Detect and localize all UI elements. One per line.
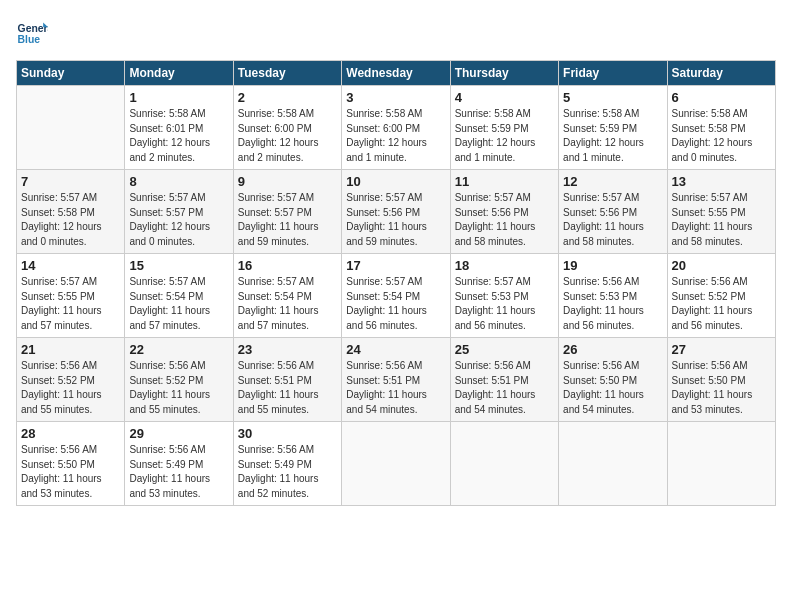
calendar-cell (559, 422, 667, 506)
day-info: Sunrise: 5:56 AM Sunset: 5:50 PM Dayligh… (563, 359, 662, 417)
day-header-thursday: Thursday (450, 61, 558, 86)
day-number: 14 (21, 258, 120, 273)
day-number: 9 (238, 174, 337, 189)
day-header-monday: Monday (125, 61, 233, 86)
day-header-sunday: Sunday (17, 61, 125, 86)
calendar-header-row: SundayMondayTuesdayWednesdayThursdayFrid… (17, 61, 776, 86)
day-info: Sunrise: 5:57 AM Sunset: 5:58 PM Dayligh… (21, 191, 120, 249)
logo-icon: General Blue (16, 16, 48, 48)
day-info: Sunrise: 5:57 AM Sunset: 5:56 PM Dayligh… (563, 191, 662, 249)
calendar-cell: 29Sunrise: 5:56 AM Sunset: 5:49 PM Dayli… (125, 422, 233, 506)
day-number: 28 (21, 426, 120, 441)
calendar-cell: 8Sunrise: 5:57 AM Sunset: 5:57 PM Daylig… (125, 170, 233, 254)
calendar-cell: 22Sunrise: 5:56 AM Sunset: 5:52 PM Dayli… (125, 338, 233, 422)
day-number: 2 (238, 90, 337, 105)
day-info: Sunrise: 5:56 AM Sunset: 5:51 PM Dayligh… (455, 359, 554, 417)
calendar-cell: 5Sunrise: 5:58 AM Sunset: 5:59 PM Daylig… (559, 86, 667, 170)
day-number: 29 (129, 426, 228, 441)
calendar-cell: 3Sunrise: 5:58 AM Sunset: 6:00 PM Daylig… (342, 86, 450, 170)
calendar-cell: 28Sunrise: 5:56 AM Sunset: 5:50 PM Dayli… (17, 422, 125, 506)
day-info: Sunrise: 5:58 AM Sunset: 5:58 PM Dayligh… (672, 107, 771, 165)
day-number: 20 (672, 258, 771, 273)
day-info: Sunrise: 5:57 AM Sunset: 5:55 PM Dayligh… (21, 275, 120, 333)
day-info: Sunrise: 5:58 AM Sunset: 6:00 PM Dayligh… (238, 107, 337, 165)
day-number: 16 (238, 258, 337, 273)
logo: General Blue (16, 16, 52, 48)
day-info: Sunrise: 5:57 AM Sunset: 5:54 PM Dayligh… (346, 275, 445, 333)
day-info: Sunrise: 5:58 AM Sunset: 5:59 PM Dayligh… (563, 107, 662, 165)
calendar-cell: 2Sunrise: 5:58 AM Sunset: 6:00 PM Daylig… (233, 86, 341, 170)
day-info: Sunrise: 5:57 AM Sunset: 5:53 PM Dayligh… (455, 275, 554, 333)
day-header-tuesday: Tuesday (233, 61, 341, 86)
day-number: 17 (346, 258, 445, 273)
calendar-cell (342, 422, 450, 506)
day-number: 19 (563, 258, 662, 273)
day-info: Sunrise: 5:57 AM Sunset: 5:54 PM Dayligh… (238, 275, 337, 333)
calendar-cell: 11Sunrise: 5:57 AM Sunset: 5:56 PM Dayli… (450, 170, 558, 254)
day-info: Sunrise: 5:56 AM Sunset: 5:52 PM Dayligh… (21, 359, 120, 417)
calendar-cell: 10Sunrise: 5:57 AM Sunset: 5:56 PM Dayli… (342, 170, 450, 254)
day-info: Sunrise: 5:56 AM Sunset: 5:53 PM Dayligh… (563, 275, 662, 333)
calendar-cell: 9Sunrise: 5:57 AM Sunset: 5:57 PM Daylig… (233, 170, 341, 254)
day-number: 13 (672, 174, 771, 189)
page-header: General Blue (16, 16, 776, 48)
calendar-cell: 25Sunrise: 5:56 AM Sunset: 5:51 PM Dayli… (450, 338, 558, 422)
calendar-cell: 13Sunrise: 5:57 AM Sunset: 5:55 PM Dayli… (667, 170, 775, 254)
day-info: Sunrise: 5:57 AM Sunset: 5:57 PM Dayligh… (129, 191, 228, 249)
day-header-wednesday: Wednesday (342, 61, 450, 86)
calendar-cell: 23Sunrise: 5:56 AM Sunset: 5:51 PM Dayli… (233, 338, 341, 422)
calendar-cell: 20Sunrise: 5:56 AM Sunset: 5:52 PM Dayli… (667, 254, 775, 338)
week-row-5: 28Sunrise: 5:56 AM Sunset: 5:50 PM Dayli… (17, 422, 776, 506)
day-number: 10 (346, 174, 445, 189)
week-row-3: 14Sunrise: 5:57 AM Sunset: 5:55 PM Dayli… (17, 254, 776, 338)
day-number: 8 (129, 174, 228, 189)
calendar-cell (667, 422, 775, 506)
day-info: Sunrise: 5:58 AM Sunset: 6:00 PM Dayligh… (346, 107, 445, 165)
day-info: Sunrise: 5:56 AM Sunset: 5:50 PM Dayligh… (672, 359, 771, 417)
week-row-2: 7Sunrise: 5:57 AM Sunset: 5:58 PM Daylig… (17, 170, 776, 254)
day-number: 7 (21, 174, 120, 189)
day-info: Sunrise: 5:56 AM Sunset: 5:49 PM Dayligh… (238, 443, 337, 501)
day-number: 22 (129, 342, 228, 357)
calendar-cell: 17Sunrise: 5:57 AM Sunset: 5:54 PM Dayli… (342, 254, 450, 338)
calendar-cell: 7Sunrise: 5:57 AM Sunset: 5:58 PM Daylig… (17, 170, 125, 254)
day-info: Sunrise: 5:57 AM Sunset: 5:57 PM Dayligh… (238, 191, 337, 249)
day-number: 11 (455, 174, 554, 189)
day-number: 6 (672, 90, 771, 105)
calendar-cell: 16Sunrise: 5:57 AM Sunset: 5:54 PM Dayli… (233, 254, 341, 338)
calendar-cell: 21Sunrise: 5:56 AM Sunset: 5:52 PM Dayli… (17, 338, 125, 422)
day-header-friday: Friday (559, 61, 667, 86)
day-number: 24 (346, 342, 445, 357)
calendar-cell: 24Sunrise: 5:56 AM Sunset: 5:51 PM Dayli… (342, 338, 450, 422)
day-number: 3 (346, 90, 445, 105)
day-number: 18 (455, 258, 554, 273)
day-info: Sunrise: 5:57 AM Sunset: 5:54 PM Dayligh… (129, 275, 228, 333)
calendar-cell: 4Sunrise: 5:58 AM Sunset: 5:59 PM Daylig… (450, 86, 558, 170)
day-info: Sunrise: 5:56 AM Sunset: 5:52 PM Dayligh… (129, 359, 228, 417)
day-info: Sunrise: 5:56 AM Sunset: 5:52 PM Dayligh… (672, 275, 771, 333)
day-info: Sunrise: 5:56 AM Sunset: 5:50 PM Dayligh… (21, 443, 120, 501)
day-info: Sunrise: 5:57 AM Sunset: 5:56 PM Dayligh… (455, 191, 554, 249)
day-info: Sunrise: 5:58 AM Sunset: 5:59 PM Dayligh… (455, 107, 554, 165)
day-info: Sunrise: 5:57 AM Sunset: 5:55 PM Dayligh… (672, 191, 771, 249)
day-number: 26 (563, 342, 662, 357)
day-number: 12 (563, 174, 662, 189)
day-info: Sunrise: 5:58 AM Sunset: 6:01 PM Dayligh… (129, 107, 228, 165)
svg-text:Blue: Blue (18, 34, 41, 45)
day-info: Sunrise: 5:56 AM Sunset: 5:51 PM Dayligh… (346, 359, 445, 417)
calendar-cell: 26Sunrise: 5:56 AM Sunset: 5:50 PM Dayli… (559, 338, 667, 422)
calendar-cell: 27Sunrise: 5:56 AM Sunset: 5:50 PM Dayli… (667, 338, 775, 422)
calendar-cell: 1Sunrise: 5:58 AM Sunset: 6:01 PM Daylig… (125, 86, 233, 170)
calendar-table: SundayMondayTuesdayWednesdayThursdayFrid… (16, 60, 776, 506)
day-info: Sunrise: 5:57 AM Sunset: 5:56 PM Dayligh… (346, 191, 445, 249)
week-row-1: 1Sunrise: 5:58 AM Sunset: 6:01 PM Daylig… (17, 86, 776, 170)
day-header-saturday: Saturday (667, 61, 775, 86)
week-row-4: 21Sunrise: 5:56 AM Sunset: 5:52 PM Dayli… (17, 338, 776, 422)
calendar-cell: 12Sunrise: 5:57 AM Sunset: 5:56 PM Dayli… (559, 170, 667, 254)
calendar-cell: 6Sunrise: 5:58 AM Sunset: 5:58 PM Daylig… (667, 86, 775, 170)
day-info: Sunrise: 5:56 AM Sunset: 5:51 PM Dayligh… (238, 359, 337, 417)
day-number: 23 (238, 342, 337, 357)
day-number: 4 (455, 90, 554, 105)
day-number: 1 (129, 90, 228, 105)
calendar-cell: 18Sunrise: 5:57 AM Sunset: 5:53 PM Dayli… (450, 254, 558, 338)
